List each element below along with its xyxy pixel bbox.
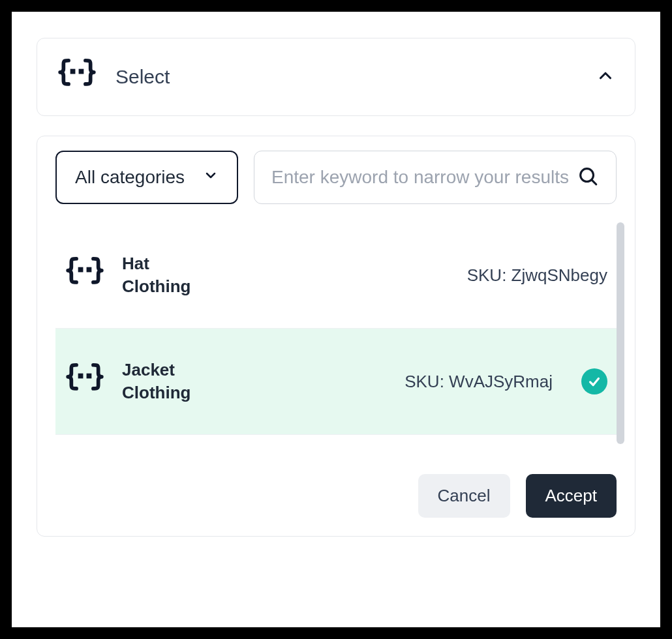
item-text: HatClothing <box>122 252 191 298</box>
select-label: Select <box>115 66 577 88</box>
item-name: Jacket <box>122 359 191 381</box>
item-name: Hat <box>122 252 191 275</box>
check-icon <box>581 368 607 394</box>
item-category: Clothing <box>122 275 191 298</box>
select-toggle[interactable]: Select <box>37 38 635 116</box>
svg-rect-0 <box>70 69 76 74</box>
search-input[interactable] <box>271 151 577 203</box>
search-field[interactable] <box>254 151 617 204</box>
cancel-button[interactable]: Cancel <box>418 474 510 518</box>
accept-button[interactable]: Accept <box>526 474 617 518</box>
content-area: Select All categories <box>12 12 660 561</box>
item-text: JacketClothing <box>122 359 191 404</box>
app-frame: Select All categories <box>0 0 672 639</box>
resource-icon <box>57 55 97 98</box>
scrollbar[interactable] <box>617 222 624 444</box>
search-icon <box>577 165 599 190</box>
item-sku: SKU: WvAJSyRmaj <box>405 372 553 392</box>
list-item[interactable]: JacketClothingSKU: WvAJSyRmaj <box>55 329 617 435</box>
item-sku: SKU: ZjwqSNbegy <box>467 265 607 286</box>
resource-icon <box>65 360 105 403</box>
results-area: HatClothingSKU: ZjwqSNbegy JacketClothin… <box>55 222 617 435</box>
chevron-down-icon <box>203 167 219 188</box>
filter-row: All categories <box>55 151 617 204</box>
dropdown-panel: All categories <box>37 136 635 537</box>
category-filter[interactable]: All categories <box>55 151 238 204</box>
svg-rect-6 <box>78 374 84 379</box>
svg-rect-5 <box>87 267 92 273</box>
list-item[interactable]: HatClothingSKU: ZjwqSNbegy <box>55 222 617 329</box>
svg-line-3 <box>592 180 596 184</box>
item-category: Clothing <box>122 381 191 404</box>
svg-rect-4 <box>78 267 84 273</box>
resource-icon <box>65 254 105 297</box>
dialog-footer: Cancel Accept <box>55 474 617 518</box>
svg-rect-1 <box>79 69 84 74</box>
chevron-up-icon <box>596 66 615 88</box>
svg-rect-7 <box>87 374 92 379</box>
results-list: HatClothingSKU: ZjwqSNbegy JacketClothin… <box>55 222 617 435</box>
category-filter-label: All categories <box>75 167 185 188</box>
